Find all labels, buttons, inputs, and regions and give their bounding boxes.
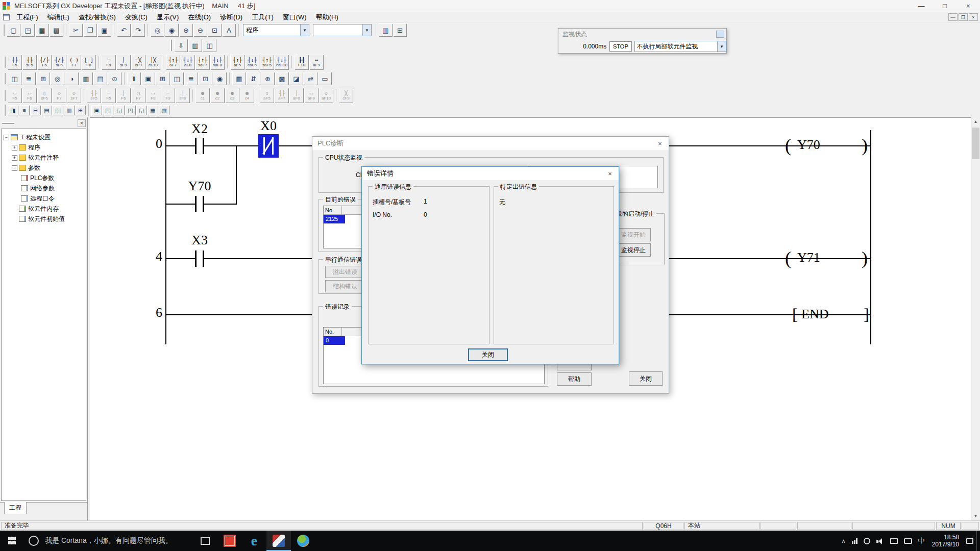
sfc-fkey-button[interactable]: ▭F5 (8, 88, 22, 103)
toolbar-icon-button[interactable]: ▦ (148, 105, 158, 115)
toolbar-icon-button[interactable]: ↷ (131, 23, 145, 37)
sfc-fkey-button[interactable]: ▭F6 (22, 88, 37, 103)
toolbar-grip[interactable] (4, 73, 6, 84)
tray-expand-icon[interactable]: ∧ (839, 531, 849, 551)
toolbar-icon-button[interactable]: ◑ (65, 72, 79, 85)
toolbar-icon-button[interactable]: ◳ (125, 105, 136, 115)
scroll-up-icon[interactable]: ▲ (971, 117, 980, 126)
sfc-fkey-button[interactable]: ▭aF9 (304, 88, 318, 103)
close-icon[interactable]: × (651, 137, 669, 150)
tree-item-device-memory[interactable]: 软元件内存 (2, 204, 86, 214)
ladder-fkey-button[interactable]: ┤↑├saF7 (195, 55, 210, 70)
toolbar-icon-button[interactable]: ▤ (50, 23, 63, 37)
toolbar-icon-button[interactable]: ≣ (184, 72, 198, 85)
ladder-cursor-contact-x0[interactable] (258, 134, 279, 158)
toolbar-icon-button[interactable]: ↶ (117, 23, 131, 37)
sfc-fkey-button[interactable]: ◇sF7 (67, 88, 81, 103)
toolbar-icon-button[interactable]: ◪ (289, 72, 303, 85)
toolbar-icon-button[interactable]: ❐ (83, 23, 97, 37)
tree-item-root[interactable]: − 工程未设置 (2, 132, 86, 142)
toolbar-icon-button[interactable]: ▤ (93, 72, 107, 85)
tree-item-program[interactable]: + 程序 (2, 142, 86, 153)
overflow-error-button[interactable]: 溢出错误 (325, 266, 365, 278)
ladder-fkey-button[interactable]: ┠┨F10 (295, 55, 309, 70)
toolbar-icon-button[interactable]: ◉ (165, 23, 179, 37)
menu-item[interactable]: 窗口(W) (278, 12, 311, 23)
taskbar-app-melsoft[interactable] (291, 531, 315, 551)
ladder-fkey-button[interactable]: ┤↑├aF5 (230, 55, 244, 70)
ladder-fkey-button[interactable]: ─F9 (102, 55, 116, 70)
toolbar-icon-button[interactable]: ⊞ (36, 72, 50, 85)
toolbar-icon-button[interactable]: ≡ (19, 105, 30, 115)
ladder-fkey-button[interactable]: ┤├F5 (8, 55, 22, 70)
toolbar-icon-button[interactable]: ◎ (151, 23, 164, 37)
toolbar-icon-button[interactable]: ◲ (136, 105, 147, 115)
menu-item[interactable]: 查找/替换(S) (74, 12, 120, 23)
sfc-fkey-button[interactable]: ◇aF10 (319, 88, 333, 103)
collapse-icon[interactable]: − (4, 135, 9, 140)
toolbar-icon-button[interactable]: ≣ (22, 72, 36, 85)
toolbar-icon-button[interactable]: ◫ (170, 72, 184, 85)
close-icon[interactable]: × (601, 167, 619, 180)
toolbar-icon-button[interactable]: ▦ (232, 72, 246, 85)
mdi-close-button[interactable]: × (969, 13, 978, 21)
action-center-icon[interactable] (963, 531, 976, 551)
ladder-fkey-button[interactable]: ┤/├sF6 (52, 55, 66, 70)
sfc-fkey-button[interactable]: │F6 (116, 88, 131, 103)
toolbar-icon-button[interactable]: ⊡ (199, 72, 212, 85)
menu-item[interactable]: 编辑(E) (43, 12, 74, 23)
toolbar-icon-button[interactable]: ⊞ (156, 72, 169, 85)
toolbar-icon-button[interactable]: A (222, 23, 236, 37)
ladder-fkey-button[interactable]: ┤↑├aF7 (166, 55, 180, 70)
ladder-fkey-button[interactable]: │╳cF10 (146, 55, 160, 70)
help-button[interactable]: 帮助 (557, 372, 592, 386)
toolbar-icon-button[interactable]: ⇄ (304, 72, 317, 85)
chevron-down-icon[interactable]: ▼ (362, 24, 371, 36)
ladder-fkey-button[interactable]: ┤↓├aF8 (181, 55, 195, 70)
toolbar-icon-button[interactable]: ⊖ (193, 23, 207, 37)
cortana-search-text[interactable]: 我是 Cortana，小娜。有问题尽管问我。 (45, 536, 173, 545)
touch-keyboard-icon[interactable] (901, 531, 915, 551)
ladder-fkey-button[interactable]: ━aF9 (309, 55, 324, 70)
toolbar-grip[interactable] (4, 90, 6, 101)
sfc-fkey-button[interactable]: ●c3 (225, 88, 239, 103)
vertical-scrollbar[interactable]: ▲ ▼ (971, 117, 980, 520)
tree-item-parameter[interactable]: − 参数 (2, 163, 86, 173)
sfc-fkey-button[interactable]: ↕aF5 (260, 88, 274, 103)
contact-x2[interactable] (195, 138, 204, 154)
plc-close-button[interactable]: 关闭 (629, 371, 663, 386)
toolbar-icon-button[interactable]: ◱ (114, 105, 125, 115)
sfc-fkey-button[interactable]: ●c2 (210, 88, 225, 103)
tree-item-plc-parameter[interactable]: PLC参数 (2, 173, 86, 183)
mdi-child-icon[interactable] (3, 14, 10, 20)
data-name-select[interactable]: ▼ (313, 24, 372, 36)
taskbar-app-gx-developer[interactable] (266, 531, 291, 551)
toolbar-icon-button[interactable]: ⇵ (247, 72, 260, 85)
sfc-fkey-button[interactable]: ▯sF6 (37, 88, 52, 103)
task-view-button[interactable] (193, 531, 217, 551)
contact-y70[interactable] (195, 196, 204, 212)
display-icon[interactable] (887, 531, 901, 551)
menu-item[interactable]: 显示(V) (152, 12, 183, 23)
contact-x3[interactable] (195, 251, 204, 267)
toolbar-icon-button[interactable]: ⊡ (208, 23, 222, 37)
toolbar-grip[interactable] (4, 105, 6, 116)
sfc-fkey-button[interactable]: ┤├aF7 (275, 88, 289, 103)
toolbar-icon-button[interactable]: ⇩ (174, 39, 188, 52)
volume-icon[interactable] (873, 531, 887, 551)
ladder-fkey-button[interactable]: ┤/├F6 (37, 55, 52, 70)
sfc-fkey-button[interactable]: ╳cF9 (339, 88, 353, 103)
monitor-stop-button[interactable]: 监视停止 (616, 243, 651, 257)
toolbar-icon-button[interactable]: ⊕ (179, 23, 193, 37)
sfc-fkey-button[interactable]: ─F5 (102, 88, 116, 103)
toolbar-icon-button[interactable]: ▣ (97, 23, 111, 37)
ladder-fkey-button[interactable]: │sF9 (116, 55, 131, 70)
network-icon[interactable] (861, 531, 873, 551)
coil-y71[interactable]: Y71 (797, 250, 820, 265)
toolbar-icon-button[interactable]: ▥ (79, 72, 93, 85)
toolbar-icon-button[interactable]: ▥ (188, 39, 202, 52)
toolbar-icon-button[interactable]: ▥ (64, 105, 75, 115)
ladder-fkey-button[interactable]: ┤↓├saF8 (210, 55, 225, 70)
expand-icon[interactable]: + (12, 155, 17, 161)
sfc-fkey-button[interactable]: ●c1 (195, 88, 210, 103)
